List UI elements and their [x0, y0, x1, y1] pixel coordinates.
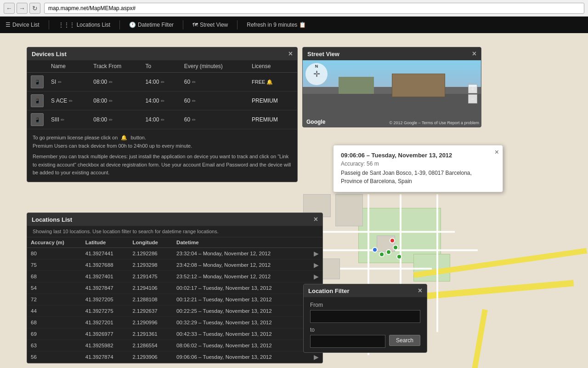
to-edit-icon[interactable]: ✏: [161, 117, 164, 122]
sv-zoom-out[interactable]: −: [468, 94, 477, 104]
location-row[interactable]: 56 41.3927874 2.1293906 09:06:06 – Tuesd…: [27, 351, 322, 363]
devices-panel-content: Name Track From To Every (minutes) Licen…: [27, 60, 297, 182]
from-edit-icon[interactable]: ✏: [109, 80, 113, 85]
info-popup-accuracy: Accuracy: 56 m: [341, 161, 495, 167]
location-row[interactable]: 68 41.3927401 2.1291475 23:52:12 – Monda…: [27, 271, 322, 282]
map-container[interactable]: Devices List × Name Track From To Every …: [0, 33, 588, 368]
loc-lat: 41.3927847: [82, 282, 129, 294]
from-edit-icon[interactable]: ✏: [109, 98, 113, 104]
loc-lat: 41.3927201: [82, 317, 129, 328]
forward-button[interactable]: →: [17, 3, 28, 14]
map-marker-blue[interactable]: [372, 247, 378, 253]
col-icon: [27, 60, 47, 73]
back-button[interactable]: ←: [4, 3, 15, 14]
loc-accuracy: 75: [27, 259, 82, 271]
device-img: 📱: [31, 113, 44, 126]
location-row[interactable]: 69 41.3926977 2.1291361 00:42:33 – Tuesd…: [27, 328, 322, 340]
info-popup-close[interactable]: ×: [495, 148, 499, 156]
map-info-popup: × 09:06:06 – Tuesday, November 13, 2012 …: [333, 145, 503, 192]
loc-datetime: 00:22:25 – Tuesday, November 13, 2012: [173, 305, 310, 317]
location-arrow-icon[interactable]: ▶: [314, 261, 319, 269]
device-every[interactable]: 60 ✏: [181, 110, 248, 129]
compass-arrow: ✛: [313, 69, 320, 79]
device-row[interactable]: 📱 SI ✏ 08:00 ✏ 14:00 ✏ 60 ✏ FREE 🔔: [27, 73, 297, 92]
info-premium-3: Remember you can track multiple devices:…: [33, 153, 292, 177]
streetview-panel-close[interactable]: ×: [472, 50, 476, 58]
every-edit-icon[interactable]: ✏: [192, 98, 196, 104]
device-to[interactable]: 14:00 ✏: [141, 73, 180, 92]
col-name: Name: [47, 60, 90, 73]
toolbar-refresh[interactable]: Refresh in 9 minutes 📋: [247, 22, 306, 28]
location-row[interactable]: 80 41.3927441 2.1292286 23:32:04 – Monda…: [27, 248, 322, 259]
locations-panel-close[interactable]: ×: [314, 216, 318, 223]
device-track-from[interactable]: 08:00 ✏: [90, 110, 141, 129]
loc-lng: 2.1288108: [129, 294, 173, 305]
col-action: [310, 237, 322, 248]
loc-datetime: 23:42:08 – Monday, November 12, 2012: [173, 259, 310, 271]
to-edit-icon[interactable]: ✏: [161, 98, 164, 104]
filter-search-button[interactable]: Search: [389, 335, 420, 346]
every-edit-icon[interactable]: ✏: [192, 117, 196, 122]
device-name[interactable]: SI ✏: [47, 73, 90, 92]
device-track-from[interactable]: 08:00 ✏: [90, 92, 141, 110]
locations-panel-title: Locations List: [32, 216, 72, 223]
toolbar-street-view[interactable]: 🗺 Street View: [192, 22, 228, 28]
location-arrow-icon[interactable]: ▶: [314, 353, 319, 361]
loc-accuracy: 68: [27, 317, 82, 328]
loc-action[interactable]: ▶: [310, 248, 322, 259]
toolbar-locations-list[interactable]: ⋮⋮⋮ Locations List: [58, 22, 110, 28]
location-arrow-icon[interactable]: ▶: [314, 273, 319, 280]
map-marker-green-4[interactable]: [396, 254, 402, 259]
loc-action[interactable]: ▶: [310, 271, 322, 282]
sv-zoom-in[interactable]: +: [468, 84, 477, 93]
loc-datetime: 23:32:04 – Monday, November 12, 2012: [173, 248, 310, 259]
refresh-label: Refresh in 9 minutes: [247, 22, 297, 28]
location-row[interactable]: 75 41.3927688 2.1293298 23:42:08 – Monda…: [27, 259, 322, 271]
device-name[interactable]: SIII ✏: [47, 110, 90, 129]
location-row[interactable]: 44 41.3927275 2.1292637 00:22:25 – Tuesd…: [27, 305, 322, 317]
to-edit-icon[interactable]: ✏: [161, 80, 164, 85]
map-marker-green-3[interactable]: [393, 245, 398, 250]
device-track-from[interactable]: 08:00 ✏: [90, 73, 141, 92]
location-row[interactable]: 63 41.3925982 2.1286554 08:06:02 – Tuesd…: [27, 340, 322, 351]
loc-accuracy: 80: [27, 248, 82, 259]
from-edit-icon[interactable]: ✏: [109, 117, 113, 122]
map-marker-green-1[interactable]: [386, 249, 391, 255]
col-license: License: [248, 60, 297, 73]
device-row[interactable]: 📱 SIII ✏ 08:00 ✏ 14:00 ✏ 60 ✏ PREMIUM: [27, 110, 297, 129]
name-edit-icon[interactable]: ✏: [61, 117, 64, 122]
toolbar-datetime-filter[interactable]: 🕐 Datetime Filter: [129, 22, 174, 28]
device-to[interactable]: 14:00 ✏: [141, 110, 180, 129]
filter-from-input[interactable]: [310, 310, 420, 323]
map-marker-red[interactable]: [390, 238, 395, 243]
location-row[interactable]: 68 41.3927201 2.1290996 00:32:29 – Tuesd…: [27, 317, 322, 328]
device-icon: 📱: [27, 92, 47, 110]
loc-accuracy: 72: [27, 294, 82, 305]
device-name[interactable]: S ACE ✏: [47, 92, 90, 110]
loc-action[interactable]: ▶: [310, 259, 322, 271]
location-row[interactable]: 54 41.3927847 2.1294106 00:02:17 – Tuesd…: [27, 282, 322, 294]
device-row[interactable]: 📱 S ACE ✏ 08:00 ✏ 14:00 ✏ 60 ✏ PREMIUM: [27, 92, 297, 110]
location-row[interactable]: 72 41.3927205 2.1288108 00:12:21 – Tuesd…: [27, 294, 322, 305]
toolbar-device-list[interactable]: ☰ Device List: [6, 22, 40, 28]
streetview-panel-header: Street View ×: [303, 47, 481, 60]
every-edit-icon[interactable]: ✏: [192, 80, 196, 85]
location-arrow-icon[interactable]: ▶: [314, 250, 319, 257]
refresh-button[interactable]: ↻: [29, 3, 40, 14]
loc-action[interactable]: ▶: [310, 351, 322, 363]
address-bar[interactable]: [44, 3, 584, 14]
name-edit-icon[interactable]: ✏: [58, 80, 62, 85]
device-to[interactable]: 14:00 ✏: [141, 92, 180, 110]
device-every[interactable]: 60 ✏: [181, 92, 248, 110]
map-marker-green-2[interactable]: [379, 252, 384, 257]
devices-panel-close[interactable]: ×: [288, 50, 293, 58]
locations-panel-header: Locations List ×: [27, 213, 322, 226]
name-edit-icon[interactable]: ✏: [69, 98, 73, 104]
sv-compass[interactable]: N ✛: [305, 63, 328, 85]
device-every[interactable]: 60 ✏: [181, 73, 248, 92]
filter-panel-close[interactable]: ×: [418, 287, 422, 294]
filter-to-input[interactable]: [310, 335, 385, 348]
col-track-from: Track From: [90, 60, 141, 73]
filter-to-row: to Search: [310, 327, 420, 348]
filter-panel-content: From to Search: [304, 297, 427, 352]
